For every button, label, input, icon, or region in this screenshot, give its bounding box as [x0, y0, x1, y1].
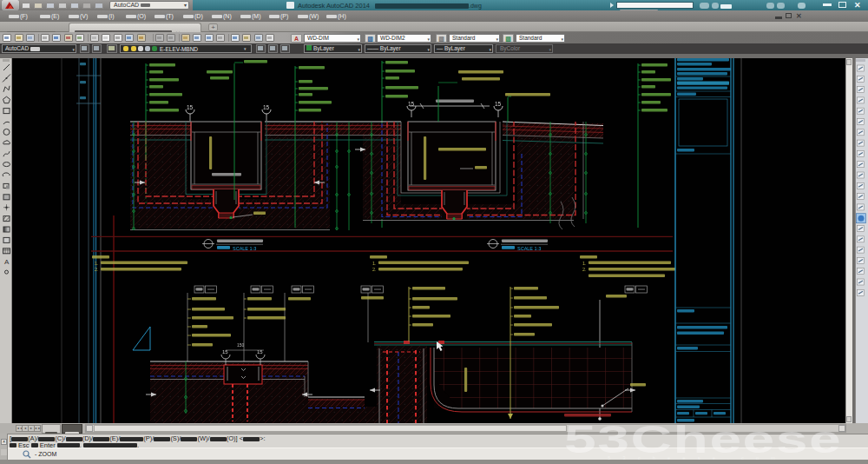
svg-text:150: 150 — [237, 342, 245, 348]
svg-text:15: 15 — [408, 101, 415, 107]
svg-text:15: 15 — [187, 104, 194, 110]
svg-text:A: A — [4, 258, 10, 266]
svg-text:2.: 2. — [95, 267, 99, 272]
svg-text:1.: 1. — [372, 261, 377, 266]
svg-text:2.: 2. — [582, 267, 587, 272]
svg-text:1.: 1. — [582, 261, 587, 266]
svg-text:SCALE 1:3: SCALE 1:3 — [233, 246, 256, 251]
svg-text:1.: 1. — [95, 261, 99, 266]
svg-text:15: 15 — [263, 104, 270, 110]
svg-text:2.: 2. — [372, 267, 377, 272]
svg-text:SCALE 1:3: SCALE 1:3 — [517, 246, 541, 251]
svg-text:15: 15 — [495, 101, 502, 107]
